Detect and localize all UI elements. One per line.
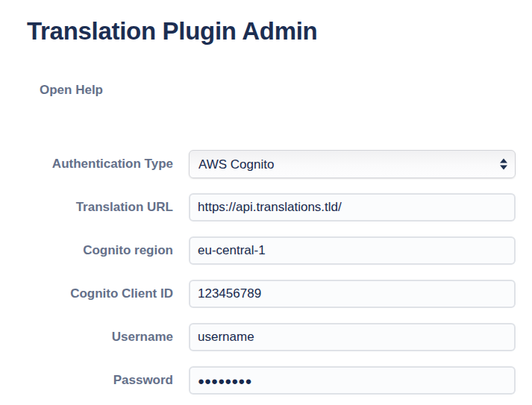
admin-settings-page: Translation Plugin Admin Open Help Authe…: [0, 16, 532, 395]
open-help-link[interactable]: Open Help: [40, 83, 103, 98]
form-row-translation-url: Translation URL: [27, 193, 532, 222]
cognito-region-input[interactable]: [189, 236, 516, 265]
password-input[interactable]: [189, 366, 516, 395]
cognito-client-id-label: Cognito Client ID: [27, 286, 173, 301]
authentication-type-label: Authentication Type: [27, 157, 173, 172]
form-row-password: Password: [27, 366, 532, 395]
form-row-cognito-client-id: Cognito Client ID: [27, 280, 532, 308]
authentication-type-select-wrap: AWS Cognito: [189, 150, 516, 178]
password-label: Password: [27, 373, 173, 388]
form-row-authentication-type: Authentication Type AWS Cognito: [27, 150, 532, 178]
cognito-client-id-input[interactable]: [189, 280, 516, 308]
cognito-region-label: Cognito region: [27, 243, 173, 258]
translation-url-label: Translation URL: [27, 200, 173, 215]
settings-form: Authentication Type AWS Cognito Translat…: [27, 150, 532, 395]
username-label: Username: [27, 330, 173, 345]
authentication-type-select[interactable]: AWS Cognito: [189, 150, 516, 178]
form-row-username: Username: [27, 323, 532, 351]
page-title: Translation Plugin Admin: [27, 16, 532, 46]
username-input[interactable]: [189, 323, 516, 351]
translation-url-input[interactable]: [189, 193, 516, 222]
form-row-cognito-region: Cognito region: [27, 236, 532, 265]
